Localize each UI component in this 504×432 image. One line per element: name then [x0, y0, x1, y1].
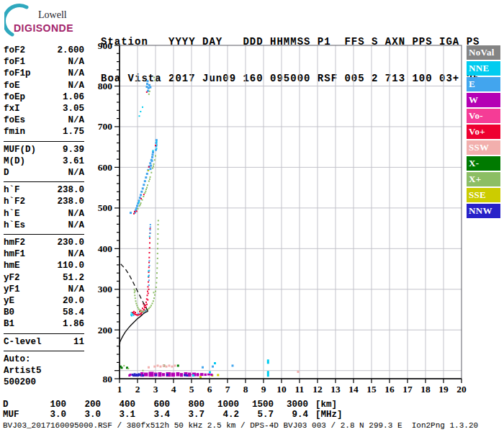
ionogram-plot: 9008007006005004003002008012345678910111…	[0, 0, 504, 432]
muf-cell: 1500	[239, 400, 274, 410]
svg-text:12: 12	[312, 384, 323, 395]
muf-cell: 3.4	[135, 410, 170, 420]
svg-text:6: 6	[207, 384, 212, 395]
muf-cell: 9.4	[274, 410, 308, 420]
svg-text:300: 300	[98, 284, 113, 294]
muf-cell: 5.7	[239, 410, 274, 420]
svg-text:9: 9	[261, 384, 266, 395]
muf-cell: 400	[101, 400, 135, 410]
svg-text:400: 400	[98, 243, 113, 254]
svg-text:11: 11	[295, 384, 305, 395]
muf-cell: 100	[32, 400, 66, 410]
svg-text:800: 800	[98, 81, 113, 91]
svg-text:15: 15	[366, 384, 377, 395]
legend-item-x: X-	[467, 156, 500, 171]
svg-text:3: 3	[153, 384, 158, 395]
svg-text:16: 16	[384, 384, 395, 395]
svg-text:200: 200	[98, 325, 113, 336]
svg-text:20: 20	[456, 384, 467, 395]
svg-text:5: 5	[189, 384, 194, 395]
muf-cell: 3.7	[170, 410, 204, 420]
svg-text:17: 17	[402, 384, 413, 395]
legend-item-ssw: SSW	[467, 140, 500, 155]
svg-text:1: 1	[117, 384, 122, 395]
legend-item-e: E	[467, 77, 500, 91]
svg-text:4: 4	[171, 384, 176, 395]
svg-text:900: 900	[98, 40, 113, 51]
muf-cell: 600	[135, 400, 170, 410]
legend-item-noval: NoVal	[467, 45, 500, 60]
legend-item-w: W	[467, 93, 500, 107]
svg-text:14: 14	[348, 384, 359, 395]
muf-unit: [km]	[308, 400, 337, 410]
muf-cell: 3.0	[32, 410, 66, 420]
svg-text:7: 7	[225, 384, 230, 395]
svg-text:700: 700	[98, 121, 113, 132]
svg-text:10: 10	[276, 384, 287, 395]
muf-cell: 3.0	[66, 410, 101, 420]
ionogram-app: { "logo": {"line1": "Lowell", "line2": "…	[0, 0, 504, 432]
muf-row-label: MUF	[3, 410, 32, 420]
svg-text:19: 19	[438, 384, 449, 395]
legend-item-sse: SSE	[467, 188, 500, 202]
echo-direction-legend: NoValNNEEWVo-Vo+SSWX-X+SSENNW	[467, 45, 500, 220]
muf-table-row: D100200400600800100015003000[km]	[3, 400, 343, 410]
svg-text:600: 600	[98, 162, 113, 173]
legend-item-vo: Vo-	[467, 109, 500, 123]
muf-table-row: MUF3.03.03.13.43.74.25.79.4[MHz]	[3, 410, 343, 420]
legend-item-nne: NNE	[467, 61, 500, 76]
svg-text:80: 80	[103, 374, 113, 384]
svg-text:18: 18	[420, 384, 431, 395]
muf-cell: 1000	[204, 400, 239, 410]
legend-item-x: X+	[467, 172, 500, 186]
muf-distance-table: D100200400600800100015003000[km]MUF3.03.…	[3, 400, 343, 420]
svg-text:8: 8	[243, 384, 248, 395]
legend-item-vo: Vo+	[467, 125, 500, 139]
muf-cell: 3000	[274, 400, 308, 410]
muf-row-label: D	[3, 400, 32, 410]
svg-text:13: 13	[330, 384, 341, 395]
file-info-footer: BVJ03_2017160095000.RSF / 380fx512h 50 k…	[3, 421, 478, 430]
muf-cell: 200	[66, 400, 101, 410]
muf-cell: 800	[170, 400, 204, 410]
muf-cell: 4.2	[204, 410, 239, 420]
legend-item-nnw: NNW	[467, 204, 500, 218]
svg-text:2: 2	[135, 384, 140, 395]
muf-unit: [MHz]	[308, 410, 343, 420]
muf-cell: 3.1	[101, 410, 135, 420]
svg-text:500: 500	[98, 202, 113, 213]
